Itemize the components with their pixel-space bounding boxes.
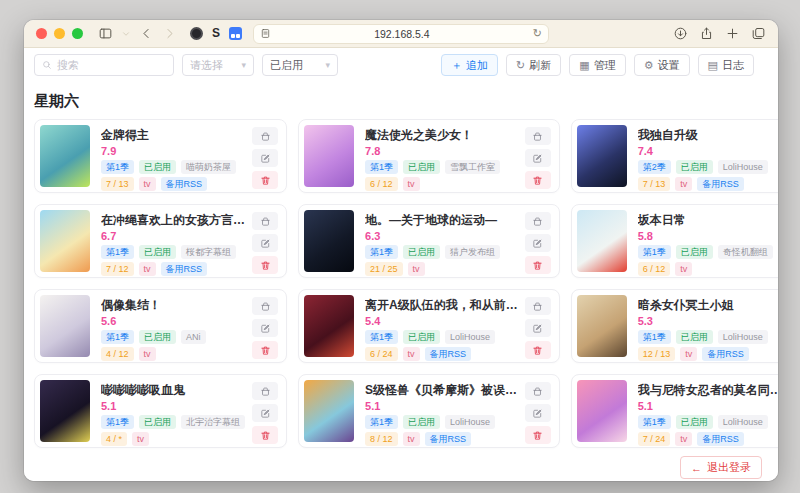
poster-image[interactable]	[40, 210, 90, 272]
edit-button[interactable]	[525, 404, 551, 422]
subgroup-badge: ANi	[181, 330, 206, 344]
settings-button-label: 设置	[658, 58, 680, 73]
anime-title[interactable]: 暗杀女仆冥土小姐	[638, 297, 778, 314]
tab-overview-icon[interactable]	[751, 26, 766, 41]
extension-icon-blue[interactable]	[229, 27, 242, 40]
extension-icon-dark[interactable]	[190, 27, 203, 40]
reload-icon[interactable]: ↻	[533, 28, 542, 39]
anime-rating: 7.8	[365, 145, 518, 157]
anime-rating: 5.4	[365, 315, 518, 327]
download-button[interactable]	[525, 127, 551, 145]
anime-title[interactable]: 嘭嘭嘭嘭吸血鬼	[101, 382, 245, 399]
poster-image[interactable]	[577, 125, 627, 187]
type-badge: tv	[403, 177, 420, 191]
anime-rating: 5.1	[638, 400, 778, 412]
status-badge: 已启用	[676, 415, 713, 429]
delete-button[interactable]	[525, 426, 551, 444]
search-input-wrapper[interactable]	[34, 54, 174, 76]
anime-title[interactable]: 在冲绳喜欢上的女孩方言…	[101, 212, 245, 229]
episodes-badge: 6 / 24	[365, 347, 398, 361]
address-bar[interactable]: 192.168.5.4 ↻	[253, 24, 549, 44]
edit-button[interactable]	[252, 234, 278, 252]
download-button[interactable]	[252, 382, 278, 400]
status-filter-select[interactable]: 已启用 ▾	[262, 54, 338, 76]
edit-button[interactable]	[525, 319, 551, 337]
manage-button[interactable]: ▦ 管理	[569, 54, 625, 76]
poster-image[interactable]	[40, 380, 90, 442]
settings-button[interactable]: ⚙ 设置	[634, 54, 690, 76]
type-badge: tv	[408, 262, 425, 276]
chevron-down-icon[interactable]	[121, 29, 131, 39]
poster-image[interactable]	[577, 210, 627, 272]
share-icon[interactable]	[699, 26, 714, 41]
add-button[interactable]: ＋ 追加	[441, 54, 498, 76]
download-button[interactable]	[252, 127, 278, 145]
episodes-badge: 12 / 13	[638, 347, 676, 361]
delete-button[interactable]	[525, 256, 551, 274]
refresh-button[interactable]: ↻ 刷新	[506, 54, 561, 76]
anime-title[interactable]: 地。—关于地球的运动—	[365, 212, 518, 229]
edit-button[interactable]	[252, 149, 278, 167]
type-badge: tv	[680, 347, 697, 361]
delete-button[interactable]	[525, 341, 551, 359]
new-tab-icon[interactable]	[725, 26, 740, 41]
anime-title[interactable]: 偶像集结！	[101, 297, 245, 314]
edit-icon	[260, 238, 271, 249]
chevron-down-icon: ▾	[241, 60, 246, 70]
logout-button[interactable]: ← 退出登录	[680, 456, 762, 479]
download-button[interactable]	[525, 297, 551, 315]
close-window-button[interactable]	[36, 28, 47, 39]
season-badge: 第1季	[101, 160, 134, 174]
anime-title[interactable]: 魔法使光之美少女！	[365, 127, 518, 144]
download-button[interactable]	[525, 382, 551, 400]
poster-image[interactable]	[304, 380, 354, 442]
download-button[interactable]	[252, 212, 278, 230]
delete-button[interactable]	[525, 171, 551, 189]
search-input[interactable]	[57, 59, 166, 71]
log-button[interactable]: ▤ 日志	[698, 54, 754, 76]
edit-button[interactable]	[525, 234, 551, 252]
delete-button[interactable]	[252, 256, 278, 274]
anime-rating: 6.3	[365, 230, 518, 242]
page-settings-icon[interactable]	[260, 28, 271, 39]
download-button[interactable]	[525, 212, 551, 230]
backup-rss-badge: 备用RSS	[425, 347, 472, 361]
extension-icon-s[interactable]: S	[212, 27, 220, 40]
poster-image[interactable]	[304, 295, 354, 357]
delete-button[interactable]	[252, 171, 278, 189]
anime-title[interactable]: 坂本日常	[638, 212, 778, 229]
edit-button[interactable]	[525, 149, 551, 167]
poster-image[interactable]	[577, 295, 627, 357]
season-badge: 第1季	[638, 330, 671, 344]
anime-title[interactable]: S级怪兽《贝希摩斯》被误…	[365, 382, 518, 399]
minimize-window-button[interactable]	[54, 28, 65, 39]
anime-title[interactable]: 金牌得主	[101, 127, 245, 144]
download-icon	[532, 301, 543, 312]
back-button[interactable]	[139, 26, 154, 41]
zoom-window-button[interactable]	[72, 28, 83, 39]
status-badge: 已启用	[139, 245, 176, 259]
poster-image[interactable]	[304, 125, 354, 187]
edit-button[interactable]	[252, 404, 278, 422]
sidebar-icon[interactable]	[98, 26, 113, 41]
season-badge: 第1季	[365, 160, 398, 174]
subgroup-badge: 北宇治字幕组	[181, 415, 245, 429]
refresh-button-label: 刷新	[529, 58, 551, 73]
subgroup-badge: LoliHouse	[718, 160, 768, 174]
poster-image[interactable]	[40, 125, 90, 187]
forward-button[interactable]	[162, 26, 177, 41]
anime-title[interactable]: 离开A级队伍的我，和从前…	[365, 297, 518, 314]
delete-button[interactable]	[252, 426, 278, 444]
downloads-icon[interactable]	[673, 26, 688, 41]
anime-title[interactable]: 我与尼特女忍者的莫名同…	[638, 382, 778, 399]
poster-image[interactable]	[304, 210, 354, 272]
type-filter-select[interactable]: 请选择 ▾	[182, 54, 254, 76]
download-icon	[532, 131, 543, 142]
subgroup-badge: LoliHouse	[445, 415, 495, 429]
anime-title[interactable]: 我独自升级	[638, 127, 778, 144]
download-button[interactable]	[252, 297, 278, 315]
poster-image[interactable]	[577, 380, 627, 442]
edit-button[interactable]	[252, 319, 278, 337]
delete-button[interactable]	[252, 341, 278, 359]
poster-image[interactable]	[40, 295, 90, 357]
